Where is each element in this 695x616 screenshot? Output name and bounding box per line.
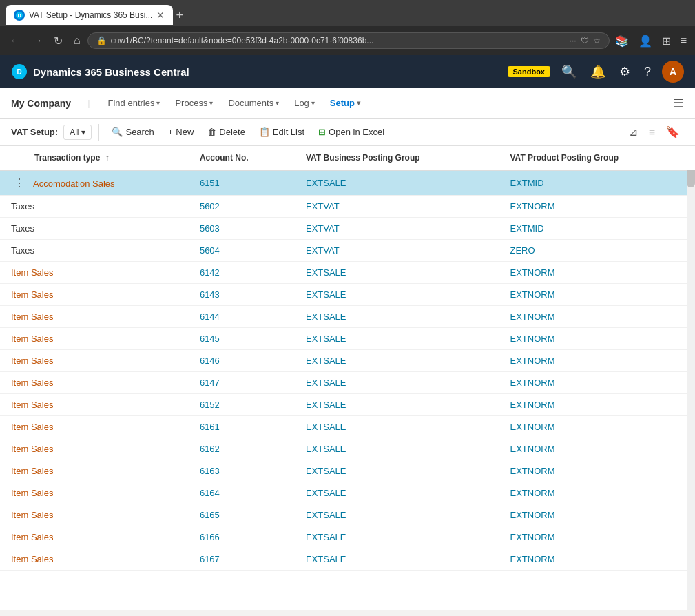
- transaction-type-value[interactable]: Item Sales: [11, 400, 53, 410]
- vat-business-value[interactable]: EXTSALE: [306, 378, 346, 388]
- nav-item-find-entries[interactable]: Find entries ▾: [101, 94, 167, 112]
- table-row[interactable]: Item Sales6166EXTSALEEXTNORM: [0, 526, 695, 548]
- vat-product-value[interactable]: EXTNORM: [510, 201, 555, 212]
- collections-button[interactable]: 📚: [612, 32, 632, 50]
- vat-product-value[interactable]: EXTNORM: [510, 356, 555, 366]
- avatar[interactable]: A: [662, 61, 684, 83]
- home-button[interactable]: ⌂: [70, 32, 85, 50]
- account-no-value[interactable]: 6145: [200, 333, 220, 344]
- vat-business-value[interactable]: EXTSALE: [306, 267, 346, 278]
- nav-item-process[interactable]: Process ▾: [168, 94, 220, 112]
- transaction-type-value[interactable]: Item Sales: [11, 333, 53, 344]
- table-row[interactable]: Item Sales6167EXTSALEEXTNORM: [0, 548, 695, 571]
- open-in-excel-button[interactable]: ⊞ Open in Excel: [313, 124, 390, 140]
- nav-item-documents[interactable]: Documents ▾: [221, 94, 286, 112]
- account-no-value[interactable]: 5602: [200, 201, 220, 212]
- forward-button[interactable]: →: [28, 32, 47, 50]
- transaction-type-value[interactable]: Item Sales: [11, 356, 53, 366]
- vat-product-value[interactable]: EXTNORM: [510, 333, 555, 344]
- vat-product-value[interactable]: EXTNORM: [510, 289, 555, 300]
- table-row[interactable]: Item Sales6161EXTSALEEXTNORM: [0, 416, 695, 438]
- account-no-value[interactable]: 6164: [200, 488, 220, 498]
- table-row[interactable]: Item Sales6147EXTSALEEXTNORM: [0, 372, 695, 394]
- transaction-type-value[interactable]: Item Sales: [11, 289, 53, 300]
- vat-product-value[interactable]: EXTNORM: [510, 510, 555, 520]
- table-row[interactable]: Item Sales6163EXTSALEEXTNORM: [0, 460, 695, 482]
- tab-close-button[interactable]: ✕: [156, 10, 165, 21]
- account-no-value[interactable]: 5603: [200, 223, 220, 234]
- account-no-value[interactable]: 6163: [200, 466, 220, 476]
- vat-business-value[interactable]: EXTSALE: [306, 178, 346, 188]
- column-chooser-button[interactable]: ≡: [645, 123, 659, 141]
- transaction-type-value[interactable]: Item Sales: [11, 422, 53, 432]
- back-button[interactable]: ←: [6, 32, 25, 50]
- company-name[interactable]: My Company: [11, 98, 71, 109]
- new-tab-button[interactable]: +: [176, 8, 183, 23]
- transaction-type-value[interactable]: Item Sales: [11, 554, 53, 564]
- delete-button[interactable]: 🗑 Delete: [202, 124, 251, 140]
- vat-business-value[interactable]: EXTSALE: [306, 356, 346, 366]
- vat-business-value[interactable]: EXTSALE: [306, 311, 346, 322]
- account-no-value[interactable]: 6161: [200, 422, 220, 432]
- vat-business-value[interactable]: EXTSALE: [306, 400, 346, 410]
- vat-product-value[interactable]: EXTNORM: [510, 400, 555, 410]
- transaction-type-value[interactable]: Item Sales: [11, 510, 53, 520]
- account-no-value[interactable]: 6152: [200, 400, 220, 410]
- address-bar[interactable]: 🔒 cuw1/BC/?tenant=default&node=00e53f3d-…: [87, 32, 610, 49]
- col-vat-product[interactable]: VAT Product Posting Group: [499, 146, 696, 170]
- transaction-type-value[interactable]: Item Sales: [11, 488, 53, 498]
- table-row[interactable]: Item Sales6152EXTSALEEXTNORM: [0, 394, 695, 416]
- table-row[interactable]: Item Sales6162EXTSALEEXTNORM: [0, 438, 695, 460]
- account-no-value[interactable]: 6166: [200, 532, 220, 542]
- transaction-type-value[interactable]: Item Sales: [11, 378, 53, 388]
- table-container[interactable]: Transaction type ↑ Account No. VAT Busin…: [0, 146, 695, 610]
- vat-business-value[interactable]: EXTVAT: [306, 201, 340, 212]
- bookmark-button[interactable]: 🔖: [662, 123, 684, 141]
- nav-item-log[interactable]: Log ▾: [287, 94, 322, 112]
- vat-business-value[interactable]: EXTVAT: [306, 223, 340, 234]
- table-row[interactable]: Item Sales6144EXTSALEEXTNORM: [0, 306, 695, 328]
- vat-business-value[interactable]: EXTSALE: [306, 333, 346, 344]
- account-no-value[interactable]: 6165: [200, 510, 220, 520]
- account-no-value[interactable]: 6162: [200, 444, 220, 454]
- search-button[interactable]: 🔍: [559, 61, 579, 82]
- vat-product-value[interactable]: EXTMID: [510, 223, 544, 234]
- vat-business-value[interactable]: EXTSALE: [306, 444, 346, 454]
- col-account-no[interactable]: Account No.: [189, 146, 295, 170]
- reload-button[interactable]: ↻: [50, 32, 67, 50]
- table-row[interactable]: Item Sales6165EXTSALEEXTNORM: [0, 504, 695, 526]
- vat-product-value[interactable]: EXTNORM: [510, 422, 555, 432]
- account-no-value[interactable]: 6167: [200, 554, 220, 564]
- account-no-value[interactable]: 5604: [200, 245, 220, 256]
- filter-dropdown[interactable]: All ▾: [63, 125, 92, 140]
- vat-product-value[interactable]: EXTNORM: [510, 554, 555, 564]
- vat-product-value[interactable]: EXTNORM: [510, 311, 555, 322]
- settings-button[interactable]: ⚙: [616, 61, 633, 82]
- vat-business-value[interactable]: EXTSALE: [306, 488, 346, 498]
- account-no-value[interactable]: 6147: [200, 378, 220, 388]
- table-row[interactable]: Item Sales6143EXTSALEEXTNORM: [0, 284, 695, 306]
- col-transaction-type[interactable]: Transaction type ↑: [0, 146, 189, 170]
- scrollbar-track[interactable]: [687, 146, 695, 610]
- vat-business-value[interactable]: EXTSALE: [306, 532, 346, 542]
- table-row[interactable]: Taxes5602EXTVATEXTNORM: [0, 196, 695, 218]
- profile-button[interactable]: 👤: [636, 32, 655, 50]
- table-row[interactable]: Taxes5604EXTVATZERO: [0, 240, 695, 262]
- table-row[interactable]: Item Sales6142EXTSALEEXTNORM: [0, 262, 695, 284]
- vat-product-value[interactable]: ZERO: [510, 245, 535, 256]
- notifications-button[interactable]: 🔔: [588, 61, 608, 82]
- menu-button[interactable]: ≡: [678, 32, 689, 50]
- account-no-value[interactable]: 6143: [200, 289, 220, 300]
- account-no-value[interactable]: 6144: [200, 311, 220, 322]
- vat-product-value[interactable]: EXTNORM: [510, 444, 555, 454]
- vat-product-value[interactable]: EXTMID: [510, 178, 544, 188]
- vat-business-value[interactable]: EXTSALE: [306, 554, 346, 564]
- vat-business-value[interactable]: EXTSALE: [306, 289, 346, 300]
- hamburger-button[interactable]: ☰: [673, 96, 684, 111]
- vat-business-value[interactable]: EXTVAT: [306, 245, 340, 256]
- transaction-type-value[interactable]: Accomodation Sales: [33, 178, 115, 189]
- vat-product-value[interactable]: EXTNORM: [510, 466, 555, 476]
- filter-button[interactable]: ⊿: [625, 123, 642, 141]
- transaction-type-value[interactable]: Item Sales: [11, 267, 53, 278]
- table-row[interactable]: Taxes5603EXTVATEXTMID: [0, 218, 695, 240]
